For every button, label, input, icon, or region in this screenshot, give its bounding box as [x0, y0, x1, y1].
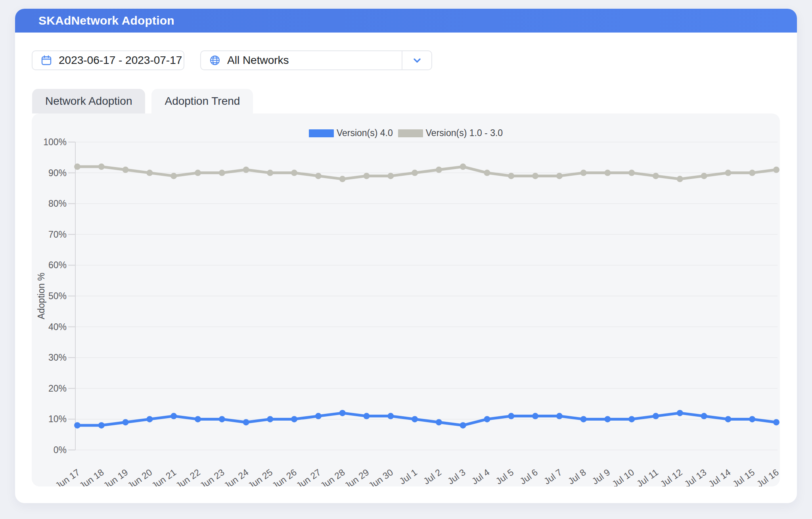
svg-text:Jun 28: Jun 28 [318, 467, 347, 486]
svg-text:Adoption %: Adoption % [36, 273, 46, 319]
svg-text:Jul 14: Jul 14 [707, 467, 732, 486]
legend-item[interactable]: Version(s) 1.0 - 3.0 [398, 128, 503, 138]
legend-label: Version(s) 4.0 [337, 128, 393, 138]
calendar-icon [40, 54, 52, 66]
tab-network-adoption[interactable]: Network Adoption [32, 89, 145, 113]
svg-text:Jul 7: Jul 7 [542, 467, 564, 486]
svg-text:0%: 0% [54, 445, 67, 455]
svg-text:60%: 60% [48, 260, 67, 270]
svg-text:Jun 27: Jun 27 [294, 467, 322, 486]
tab-bar: Network Adoption Adoption Trend [32, 89, 253, 113]
legend-item[interactable]: Version(s) 4.0 [309, 128, 393, 138]
chart-panel: Version(s) 4.0Version(s) 1.0 - 3.0 0%10%… [32, 113, 780, 486]
svg-text:Jun 23: Jun 23 [198, 467, 226, 486]
svg-text:Jun 20: Jun 20 [126, 467, 154, 486]
page-title: SKAdNetwork Adoption [38, 14, 174, 27]
skadnetwork-adoption-card: SKAdNetwork Adoption 2023-06-17 - 2023-0… [15, 9, 797, 503]
svg-text:Jun 29: Jun 29 [343, 467, 371, 486]
network-select-value: All Networks [227, 54, 289, 67]
svg-text:Jun 22: Jun 22 [174, 467, 202, 486]
svg-text:Jul 5: Jul 5 [494, 467, 515, 486]
svg-text:Jul 16: Jul 16 [755, 467, 780, 486]
tab-adoption-trend[interactable]: Adoption Trend [151, 89, 253, 113]
svg-text:10%: 10% [48, 414, 67, 424]
svg-text:Jun 24: Jun 24 [222, 467, 251, 486]
legend-label: Version(s) 1.0 - 3.0 [426, 128, 503, 138]
svg-text:Jun 25: Jun 25 [246, 467, 274, 486]
legend-swatch [309, 129, 334, 137]
svg-text:Jul 9: Jul 9 [590, 467, 612, 486]
svg-text:Jun 26: Jun 26 [270, 467, 298, 486]
network-select[interactable]: All Networks [200, 50, 432, 70]
svg-text:Jul 3: Jul 3 [446, 467, 467, 486]
chart-legend: Version(s) 4.0Version(s) 1.0 - 3.0 [32, 128, 780, 138]
svg-text:Jul 1: Jul 1 [397, 467, 419, 486]
svg-text:Jul 10: Jul 10 [610, 467, 636, 486]
svg-text:50%: 50% [48, 291, 67, 301]
svg-text:Jun 19: Jun 19 [102, 467, 130, 486]
svg-text:Jun 17: Jun 17 [53, 467, 81, 486]
globe-icon [209, 54, 221, 66]
svg-text:Jul 15: Jul 15 [731, 467, 756, 486]
svg-text:30%: 30% [48, 352, 67, 363]
svg-text:90%: 90% [48, 168, 67, 178]
svg-text:Jul 12: Jul 12 [658, 467, 684, 486]
svg-text:Jul 2: Jul 2 [421, 467, 443, 486]
svg-text:Jul 8: Jul 8 [566, 467, 588, 486]
svg-text:Jul 13: Jul 13 [682, 467, 708, 486]
svg-text:Jun 18: Jun 18 [77, 467, 105, 486]
date-range-value: 2023-06-17 - 2023-07-17 [59, 54, 182, 67]
select-expand-button[interactable] [402, 51, 431, 69]
svg-text:20%: 20% [48, 383, 67, 394]
svg-text:80%: 80% [48, 198, 67, 209]
adoption-trend-chart[interactable]: 0%10%20%30%40%50%60%70%80%90%100%Jun 17J… [32, 113, 780, 486]
svg-text:Jul 4: Jul 4 [470, 467, 492, 486]
svg-text:40%: 40% [48, 322, 67, 332]
legend-swatch [398, 129, 423, 137]
svg-text:Jul 11: Jul 11 [635, 467, 660, 486]
chevron-down-icon [412, 55, 423, 66]
svg-text:Jun 21: Jun 21 [150, 467, 178, 486]
svg-text:70%: 70% [48, 229, 67, 240]
svg-text:Jul 6: Jul 6 [518, 467, 540, 486]
date-range-picker[interactable]: 2023-06-17 - 2023-07-17 [32, 50, 184, 70]
svg-text:Jun 30: Jun 30 [367, 467, 395, 486]
card-header: SKAdNetwork Adoption [15, 9, 797, 33]
